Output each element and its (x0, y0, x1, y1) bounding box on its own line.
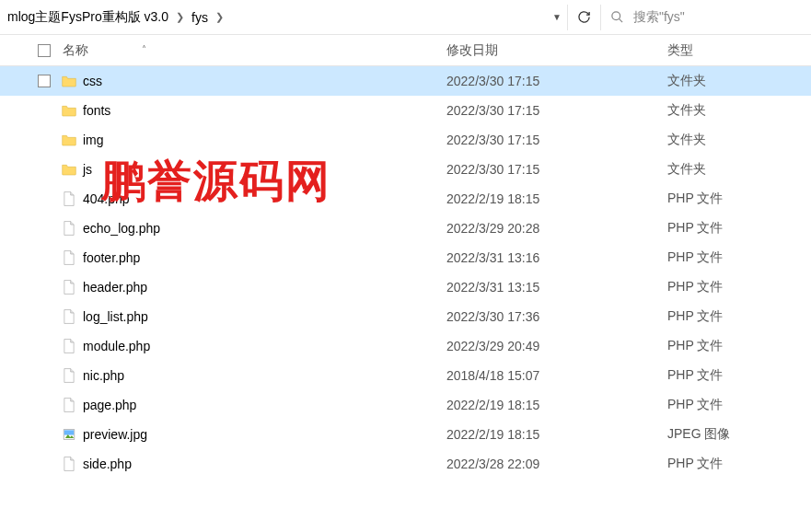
file-type: PHP 文件 (664, 308, 811, 325)
file-name: img (79, 133, 443, 147)
file-date: 2022/3/30 17:15 (443, 162, 664, 177)
table-row[interactable]: 404.php2022/2/19 18:15PHP 文件 (0, 184, 811, 214)
svg-rect-3 (64, 430, 75, 434)
table-row[interactable]: preview.jpg2022/2/19 18:15JPEG 图像 (0, 420, 811, 449)
file-date: 2022/3/28 22:09 (443, 457, 664, 471)
file-name: header.php (79, 280, 443, 295)
table-row[interactable]: img2022/3/30 17:15文件夹 (0, 125, 811, 155)
file-icon (59, 309, 79, 324)
file-icon (59, 250, 79, 265)
row-checkbox[interactable] (29, 75, 59, 87)
file-date: 2022/3/31 13:15 (443, 280, 664, 295)
file-name: echo_log.php (79, 221, 443, 236)
search-icon (610, 10, 624, 24)
file-date: 2022/3/30 17:15 (443, 103, 664, 118)
file-name: page.php (79, 398, 443, 412)
file-type: PHP 文件 (664, 338, 811, 354)
column-header-name[interactable]: 名称 ˄ (59, 42, 443, 59)
file-date: 2022/3/30 17:15 (443, 133, 664, 147)
table-row[interactable]: footer.php2022/3/31 13:16PHP 文件 (0, 243, 811, 272)
file-date: 2022/3/29 20:49 (443, 339, 664, 353)
file-list: css2022/3/30 17:15文件夹fonts2022/3/30 17:1… (0, 66, 811, 479)
file-type: PHP 文件 (664, 191, 811, 207)
file-name: css (79, 74, 443, 88)
file-date: 2022/2/19 18:15 (443, 427, 664, 442)
file-icon (59, 191, 79, 206)
sort-indicator-icon: ˄ (142, 44, 146, 54)
file-icon (59, 368, 79, 383)
file-type: PHP 文件 (664, 279, 811, 295)
file-icon (59, 457, 79, 471)
file-name: module.php (79, 339, 443, 353)
column-header-type[interactable]: 类型 (664, 42, 811, 59)
file-date: 2022/3/30 17:15 (443, 74, 664, 88)
file-date: 2022/2/19 18:15 (443, 191, 664, 206)
table-row[interactable]: css2022/3/30 17:15文件夹 (0, 66, 811, 96)
folder-icon (59, 133, 79, 146)
file-type: 文件夹 (664, 102, 811, 119)
file-name: preview.jpg (79, 427, 443, 442)
table-row[interactable]: page.php2022/2/19 18:15PHP 文件 (0, 390, 811, 420)
search-box[interactable]: 搜索"fys" (600, 5, 807, 30)
chevron-right-icon: ❯ (215, 11, 224, 23)
file-name: log_list.php (79, 309, 443, 324)
file-type: 文件夹 (664, 161, 811, 178)
file-name: js (79, 162, 443, 177)
file-name: nic.php (79, 368, 443, 383)
refresh-icon (577, 10, 591, 24)
svg-point-0 (612, 12, 620, 20)
file-icon (59, 339, 79, 353)
search-placeholder: 搜索"fys" (633, 9, 685, 26)
file-type: PHP 文件 (664, 456, 811, 472)
address-toolbar: mlog主题FysPro重构版 v3.0 ❯ fys ❯ ▼ 搜索"fys" (0, 0, 811, 35)
table-row[interactable]: log_list.php2022/3/30 17:36PHP 文件 (0, 302, 811, 331)
file-name: footer.php (79, 250, 443, 265)
column-header-row: 名称 ˄ 修改日期 类型 (0, 35, 811, 66)
file-name: side.php (79, 457, 443, 471)
file-date: 2018/4/18 15:07 (443, 368, 664, 383)
column-header-date[interactable]: 修改日期 (443, 42, 664, 59)
breadcrumb[interactable]: mlog主题FysPro重构版 v3.0 ❯ fys ❯ ▼ (4, 9, 567, 26)
file-icon (59, 280, 79, 295)
folder-icon (59, 75, 79, 87)
table-row[interactable]: echo_log.php2022/3/29 20:28PHP 文件 (0, 214, 811, 243)
file-name: fonts (79, 103, 443, 118)
chevron-right-icon: ❯ (176, 11, 184, 23)
file-date: 2022/2/19 18:15 (443, 398, 664, 412)
file-type: JPEG 图像 (664, 426, 811, 443)
image-icon (59, 427, 79, 442)
file-date: 2022/3/30 17:36 (443, 309, 664, 324)
folder-icon (59, 104, 79, 117)
table-row[interactable]: module.php2022/3/29 20:49PHP 文件 (0, 331, 811, 361)
breadcrumb-seg-2[interactable]: fys (191, 10, 208, 25)
table-row[interactable]: header.php2022/3/31 13:15PHP 文件 (0, 272, 811, 302)
file-icon (59, 398, 79, 412)
table-row[interactable]: side.php2022/3/28 22:09PHP 文件 (0, 449, 811, 479)
folder-icon (59, 163, 79, 176)
file-type: 文件夹 (664, 132, 811, 148)
file-name: 404.php (79, 191, 443, 206)
file-type: 文件夹 (664, 73, 811, 89)
table-row[interactable]: fonts2022/3/30 17:15文件夹 (0, 96, 811, 125)
file-icon (59, 221, 79, 236)
refresh-button[interactable] (567, 5, 600, 30)
file-date: 2022/3/29 20:28 (443, 221, 664, 236)
svg-line-1 (619, 18, 622, 22)
file-date: 2022/3/31 13:16 (443, 250, 664, 265)
table-row[interactable]: js2022/3/30 17:15文件夹 (0, 155, 811, 184)
file-type: PHP 文件 (664, 249, 811, 266)
table-row[interactable]: nic.php2018/4/18 15:07PHP 文件 (0, 361, 811, 390)
file-type: PHP 文件 (664, 220, 811, 237)
file-type: PHP 文件 (664, 367, 811, 384)
file-type: PHP 文件 (664, 397, 811, 413)
select-all-checkbox[interactable] (29, 44, 59, 57)
breadcrumb-seg-1[interactable]: mlog主题FysPro重构版 v3.0 (7, 9, 168, 26)
chevron-down-icon[interactable]: ▼ (552, 12, 562, 22)
